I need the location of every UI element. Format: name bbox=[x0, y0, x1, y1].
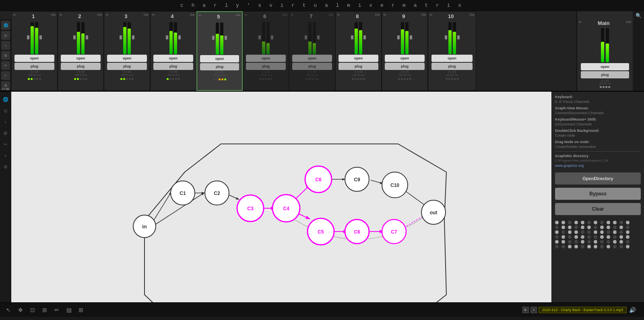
ch-fader-left-9[interactable] bbox=[401, 22, 404, 54]
ch-dot-2-7 bbox=[308, 78, 310, 80]
ch-info-1: 0.0 dB-85.00 ms bbox=[28, 70, 41, 77]
open-directory-button[interactable]: OpenDirectory bbox=[555, 172, 641, 185]
bottom-select-icon[interactable]: ⊡ bbox=[28, 306, 37, 314]
ch-fader-right-7[interactable] bbox=[313, 22, 316, 54]
ch-dot-1-6 bbox=[259, 78, 261, 80]
bottom-cursor-icon[interactable]: ↖ bbox=[4, 306, 13, 314]
ch-plug-button-4[interactable]: plug bbox=[153, 63, 193, 70]
matrix-dot-40 bbox=[581, 235, 584, 239]
icon-globe[interactable]: 🌐 bbox=[1, 21, 10, 30]
main-plug-button[interactable]: plug bbox=[581, 71, 630, 78]
ch-plug-button-1[interactable]: plug bbox=[14, 63, 54, 70]
left-sidebar: 🌐 ◎ ♪ ⊞ ✂ + ⚙ bbox=[0, 92, 11, 302]
channel-strip-1: In 1 Out open plug 0.0 dB-85.00 ms bbox=[11, 11, 58, 91]
ch-open-button-10[interactable]: open bbox=[431, 55, 473, 62]
main-fader-left[interactable] bbox=[601, 28, 604, 62]
sidebar-icon-scissors[interactable]: ✂ bbox=[1, 140, 10, 149]
sidebar-icon-music[interactable]: ♪ bbox=[1, 117, 10, 126]
ch-level-left-10 bbox=[448, 30, 452, 54]
bottom-pencil-icon[interactable]: ✏ bbox=[52, 306, 61, 314]
ch-plug-button-8[interactable]: plug bbox=[339, 63, 378, 70]
playback-icon[interactable]: ▶ bbox=[522, 307, 529, 313]
ch-open-button-5[interactable]: open bbox=[200, 55, 239, 62]
ch-fader-right-4[interactable] bbox=[174, 22, 177, 54]
ch-level-right-10 bbox=[453, 32, 456, 54]
bottom-matrix-icon[interactable]: ⊞ bbox=[76, 306, 85, 314]
matrix-dot-1 bbox=[561, 221, 565, 224]
icon-adjust[interactable]: ⊞ bbox=[1, 51, 10, 60]
ch-fader-right-2[interactable] bbox=[81, 22, 85, 54]
ch-fader-right-3[interactable] bbox=[128, 22, 131, 54]
graphviz-url[interactable]: www.graphviz.org bbox=[555, 164, 641, 168]
matrix-dot-13 bbox=[561, 226, 565, 229]
matrix-dot-11 bbox=[626, 221, 630, 224]
ch-fader-left-1[interactable] bbox=[31, 22, 34, 54]
icon-music[interactable]: ♪ bbox=[1, 41, 10, 50]
bottom-move-icon[interactable]: ✥ bbox=[16, 306, 25, 314]
search-icon[interactable]: 🔍 bbox=[636, 13, 642, 18]
ch-open-button-6[interactable]: open bbox=[246, 55, 285, 62]
ch-fader-left-10[interactable] bbox=[448, 22, 452, 54]
ch-fader-left-2[interactable] bbox=[77, 22, 80, 54]
icon-plus[interactable]: + bbox=[1, 71, 10, 80]
bypass-button[interactable]: Bypass bbox=[555, 188, 641, 200]
matrix-dot-64 bbox=[581, 245, 584, 248]
graphwiz-section: GraphWiz directory C:\Program Files (x86… bbox=[555, 151, 641, 170]
ch-fader-right-9[interactable] bbox=[405, 22, 409, 54]
ch-plug-button-9[interactable]: plug bbox=[385, 63, 424, 70]
sidebar-icon-target[interactable]: ◎ bbox=[1, 106, 10, 115]
ch-fader-right-6[interactable] bbox=[266, 22, 270, 54]
ch-fader-left-8[interactable] bbox=[355, 22, 358, 54]
ch-plug-button-3[interactable]: plug bbox=[107, 63, 147, 70]
ch-dot-2-6 bbox=[262, 78, 264, 80]
main-open-button[interactable]: open bbox=[581, 63, 630, 70]
clear-button[interactable]: Clear bbox=[555, 203, 641, 215]
matrix-dot-10 bbox=[619, 221, 623, 224]
ch-open-button-2[interactable]: open bbox=[61, 55, 100, 62]
ch-info-10: 0.0 dB-85.00 ms bbox=[446, 70, 458, 77]
ch-open-button-1[interactable]: open bbox=[14, 55, 54, 62]
matrix-dot-59 bbox=[626, 240, 630, 244]
ch-open-button-8[interactable]: open bbox=[339, 55, 378, 62]
sidebar-icon-gear[interactable]: ⚙ bbox=[1, 162, 10, 171]
ch-open-button-4[interactable]: open bbox=[153, 55, 193, 62]
ch-fader-left-5[interactable] bbox=[216, 23, 219, 55]
ch-fader-left-6[interactable] bbox=[262, 22, 265, 54]
record-icon[interactable]: ● bbox=[530, 307, 537, 313]
ch-fader-left-4[interactable] bbox=[169, 22, 173, 54]
ch-fader-right-5[interactable] bbox=[220, 23, 223, 55]
ch-fader-left-3[interactable] bbox=[123, 22, 126, 54]
icon-tool[interactable]: ✂ bbox=[1, 61, 10, 70]
ch-open-button-7[interactable]: open bbox=[292, 55, 332, 62]
ch-in-label-10: In bbox=[430, 13, 432, 19]
volume-icon[interactable]: 🔊 bbox=[629, 307, 636, 313]
ch-open-button-3[interactable]: open bbox=[107, 55, 147, 62]
ch-fader-right-8[interactable] bbox=[359, 22, 362, 54]
ch-fader-left-7[interactable] bbox=[308, 22, 312, 54]
sidebar-icon-grid[interactable]: ⊞ bbox=[1, 129, 10, 137]
icon-target[interactable]: ◎ bbox=[1, 31, 10, 40]
matrix-dot-56 bbox=[607, 240, 610, 244]
ch-plug-button-6[interactable]: plug bbox=[246, 63, 285, 70]
ch-open-button-9[interactable]: open bbox=[385, 55, 424, 62]
channel-strip-7: In 7 Out open plug 0.0 dB-85.00 ms bbox=[289, 11, 335, 91]
graph-area[interactable]: in C1 C2 C3 C4 C5 C6 C6 C7 bbox=[11, 92, 551, 302]
ch-dot-3-4 bbox=[172, 78, 174, 80]
sidebar-icon-plus[interactable]: + bbox=[1, 151, 10, 160]
bottom-bar-icon[interactable]: ▤ bbox=[64, 306, 73, 314]
ch-out-label-1: Out bbox=[51, 13, 56, 19]
main-fader-right[interactable] bbox=[606, 28, 609, 62]
ch-fader-area-3 bbox=[105, 20, 149, 54]
ch-dots-8 bbox=[352, 78, 365, 80]
ch-plug-button-7[interactable]: plug bbox=[292, 63, 332, 70]
ch-plug-button-5[interactable]: plug bbox=[200, 63, 239, 70]
sidebar-icon-globe[interactable]: 🌐 bbox=[1, 95, 10, 104]
ch-fader-right-10[interactable] bbox=[453, 22, 456, 54]
ch-plug-button-2[interactable]: plug bbox=[61, 63, 100, 70]
ch-knob-right-1 bbox=[39, 35, 42, 39]
svg-line-9 bbox=[371, 180, 382, 183]
bottom-grid-icon[interactable]: ⊞ bbox=[40, 306, 49, 314]
ch-plug-button-10[interactable]: plug bbox=[431, 63, 473, 70]
matrix-dot-42 bbox=[594, 235, 597, 239]
ch-fader-right-1[interactable] bbox=[35, 22, 38, 54]
